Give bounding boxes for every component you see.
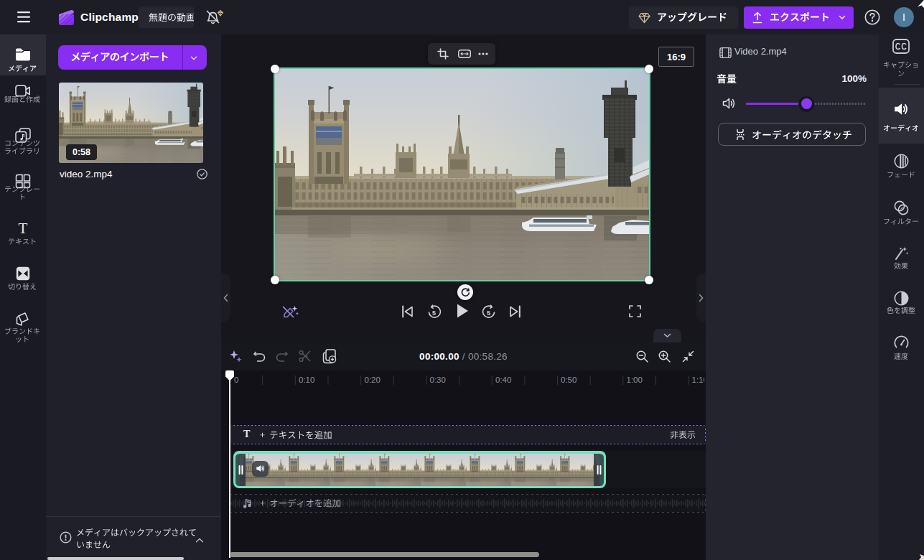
svg-text:1:10: 1:10 — [692, 375, 705, 384]
svg-text:5: 5 — [432, 309, 436, 317]
svg-text:0:40: 0:40 — [495, 375, 511, 384]
svg-text:0:20: 0:20 — [365, 375, 381, 384]
svg-text:0:50: 0:50 — [561, 375, 577, 384]
svg-text:0:10: 0:10 — [299, 375, 314, 384]
svg-text:5: 5 — [487, 309, 490, 317]
svg-text:1:00: 1:00 — [627, 375, 643, 384]
svg-text:0:30: 0:30 — [430, 375, 446, 384]
svg-text:0: 0 — [234, 375, 238, 384]
